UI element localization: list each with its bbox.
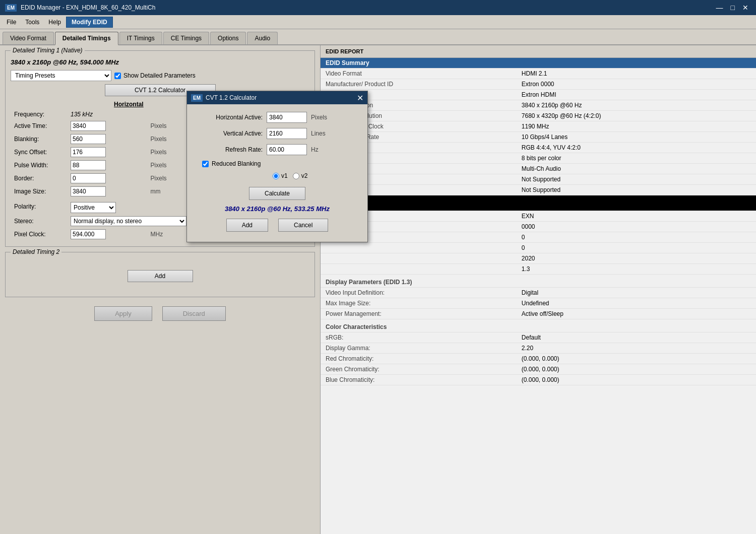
modal-h-active-row: Horizontal Active: Pixels: [197, 112, 357, 123]
modal-body: Horizontal Active: Pixels Vertical Activ…: [187, 104, 367, 242]
modal-v1-label: v1: [281, 172, 288, 179]
modal-calculate-button[interactable]: Calculate: [249, 187, 305, 200]
modal-v1-radio-label[interactable]: v1: [273, 172, 288, 179]
modal-cancel-button[interactable]: Cancel: [278, 219, 328, 232]
modal-radio-row: v1 v2: [197, 172, 357, 179]
modal-refresh-rate-label: Refresh Rate:: [197, 146, 263, 153]
modal-close-button[interactable]: ✕: [357, 93, 363, 103]
modal-h-active-label: Horizontal Active:: [197, 114, 263, 121]
modal-title: CVT 1.2 Calculator: [206, 94, 257, 101]
modal-reduced-blanking-label: Reduced Blanking: [212, 160, 261, 167]
modal-refresh-rate-unit: Hz: [311, 146, 319, 153]
modal-v1-radio[interactable]: [273, 173, 279, 179]
modal-v-active-label: Vertical Active:: [197, 130, 263, 137]
modal-v-active-unit: Lines: [311, 130, 326, 137]
modal-actions: Add Cancel: [197, 219, 357, 234]
modal-v-active-row: Vertical Active: Lines: [197, 128, 357, 139]
modal-app-icon: EM: [191, 94, 203, 102]
modal-v2-radio[interactable]: [293, 173, 299, 179]
modal-title-bar: EM CVT 1.2 Calculator ✕: [187, 91, 367, 104]
modal-add-button[interactable]: Add: [226, 219, 268, 232]
modal-reduced-blanking-row: Reduced Blanking: [197, 160, 357, 167]
cvt-calculator-modal: EM CVT 1.2 Calculator ✕ Horizontal Activ…: [186, 91, 368, 242]
modal-refresh-rate-input[interactable]: [267, 144, 307, 155]
modal-refresh-rate-row: Refresh Rate: Hz: [197, 144, 357, 155]
modal-reduced-blanking-checkbox[interactable]: [202, 161, 209, 167]
modal-result: 3840 x 2160p @60 Hz, 533.25 MHz: [197, 205, 357, 213]
modal-h-active-input[interactable]: [267, 112, 307, 123]
modal-v-active-input[interactable]: [267, 128, 307, 139]
modal-h-active-unit: Pixels: [311, 114, 327, 121]
modal-v2-label: v2: [301, 172, 308, 179]
modal-v2-radio-label[interactable]: v2: [293, 172, 308, 179]
modal-overlay: EM CVT 1.2 Calculator ✕ Horizontal Activ…: [0, 0, 756, 534]
